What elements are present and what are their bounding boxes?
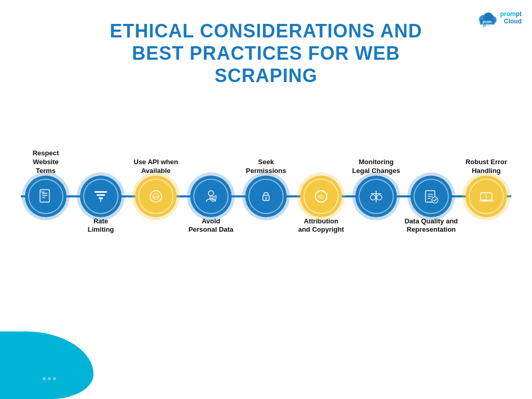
item-robust-error-handling: Robust ErrorHandling: [466, 176, 507, 217]
inner-8: [414, 179, 449, 214]
svg-text:✓: ✓: [212, 196, 214, 200]
svg-point-19: [208, 191, 214, 196]
svg-point-29: [377, 195, 382, 200]
svg-text:©: ©: [318, 193, 324, 201]
logo-line1: prompt: [500, 10, 522, 18]
svg-rect-13: [97, 194, 105, 196]
svg-point-39: [486, 197, 487, 198]
label-rate-limiting: RateLimiting: [80, 217, 122, 235]
node-9: [466, 176, 507, 217]
inner-6: ©: [303, 179, 339, 214]
inner-4: ✓: [193, 179, 229, 214]
node-4: ✓: [190, 176, 232, 217]
node-6: ©: [300, 176, 342, 217]
page-container: prom pt prompt Cloud ETHICAL CONSIDERATI…: [0, 0, 532, 399]
svg-text:API: API: [153, 195, 158, 198]
label-attribution-copyright: Attributionand Copyright: [295, 217, 347, 235]
items-row: RespectWebsite Terms T&C: [0, 176, 532, 217]
api-icon: API: [148, 189, 164, 204]
logo-icon: prom pt: [476, 8, 499, 28]
label-robust-error-handling: Robust ErrorHandling: [460, 158, 512, 176]
label-use-api: Use API whenAvailable: [127, 158, 184, 176]
item-rate-limiting: RateLimiting: [80, 176, 122, 217]
item-use-api: Use API whenAvailable API: [135, 176, 177, 217]
inner-3: API: [138, 179, 174, 214]
svg-text:T&C: T&C: [41, 191, 45, 193]
title-line2: BEST PRACTICES FOR WEB: [0, 42, 532, 64]
label-seek-permissions: SeekPermissions: [243, 158, 289, 176]
title-line3: SCRAPING: [0, 64, 532, 87]
blob-dots: [42, 374, 57, 383]
title-section: ETHICAL CONSIDERATIONS AND BEST PRACTICE…: [0, 0, 532, 92]
item-data-quality: Data Quality andRepresentation: [410, 176, 452, 217]
timeline-area: RespectWebsite Terms T&C: [0, 108, 532, 285]
item-respect-website-terms: RespectWebsite Terms T&C: [25, 176, 66, 217]
label-monitoring-legal-changes: MonitoringLegal Changes: [350, 158, 402, 176]
warning-laptop-icon: [478, 189, 494, 204]
node-5: [245, 176, 287, 217]
logo-line2: Cloud: [504, 18, 522, 25]
item-avoid-personal-data: ✓ AvoidPersonal Data: [190, 176, 232, 217]
svg-rect-12: [95, 191, 107, 193]
inner-5: [248, 179, 284, 214]
inner-1: T&C: [28, 179, 63, 214]
item-seek-permissions: SeekPermissions: [245, 176, 287, 217]
svg-rect-14: [99, 197, 103, 199]
blob-decoration: [0, 331, 94, 399]
tc-icon: T&C: [38, 189, 54, 204]
inner-7: [358, 179, 394, 214]
logo-text: prompt Cloud: [500, 10, 522, 25]
person-shield-icon: ✓: [203, 189, 219, 204]
scales-icon: [368, 189, 384, 204]
node-3: API: [135, 176, 177, 217]
label-data-quality: Data Quality andRepresentation: [403, 217, 460, 235]
node-2: [80, 176, 122, 217]
inner-2: [83, 179, 118, 214]
copyright-icon: ©: [313, 189, 329, 204]
item-monitoring-legal-changes: MonitoringLegal Changes: [355, 176, 397, 217]
title-line1: ETHICAL CONSIDERATIONS AND: [0, 20, 532, 42]
main-title: ETHICAL CONSIDERATIONS AND BEST PRACTICE…: [0, 20, 532, 87]
logo: prom pt prompt Cloud: [476, 8, 522, 28]
label-respect-website-terms: RespectWebsite Terms: [22, 149, 69, 176]
chart-check-icon: [423, 189, 439, 204]
svg-text:pt: pt: [483, 23, 486, 28]
filter-icon: [93, 189, 109, 204]
node-8: [410, 176, 452, 217]
lock-shield-icon: [258, 189, 274, 204]
item-attribution-copyright: © Attributionand Copyright: [300, 176, 342, 217]
node-7: [355, 176, 397, 217]
svg-point-28: [370, 195, 376, 200]
label-avoid-personal-data: AvoidPersonal Data: [188, 217, 234, 235]
node-1: T&C: [25, 176, 66, 217]
inner-9: [469, 179, 504, 214]
svg-point-22: [265, 197, 267, 198]
